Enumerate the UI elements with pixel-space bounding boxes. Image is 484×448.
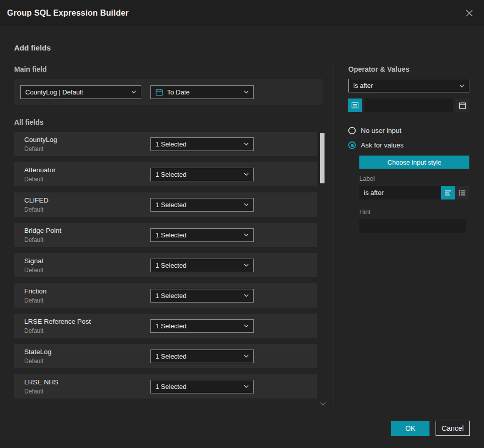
field-name: Bridge Point xyxy=(24,227,150,234)
dialog-header: Group SQL Expression Builder xyxy=(0,0,484,26)
list-style-button[interactable] xyxy=(455,186,469,200)
field-values-select[interactable]: 1 Selected xyxy=(150,380,254,393)
field-values-select-value: 1 Selected xyxy=(155,171,186,178)
field-row: Bridge Point Default 1 Selected xyxy=(14,223,317,247)
group-sql-expression-builder-dialog: Group SQL Expression Builder Add fields … xyxy=(0,0,484,406)
field-values-select-value: 1 Selected xyxy=(155,353,186,360)
field-name: CLIFED xyxy=(24,196,150,204)
chevron-down-icon xyxy=(244,324,249,327)
fields-column: Main field CountyLog | Default xyxy=(14,65,323,406)
chevron-down-icon xyxy=(244,90,249,93)
dialog-body: Add fields Main field CountyLog | Defaul… xyxy=(0,43,484,406)
field-subtitle: Default xyxy=(24,236,150,243)
ok-button[interactable]: OK xyxy=(391,421,429,436)
date-value-input[interactable] xyxy=(364,98,453,112)
label-input[interactable] xyxy=(359,186,441,200)
date-field-select[interactable]: To Date xyxy=(150,85,254,99)
vertical-divider xyxy=(334,65,334,406)
field-row: CLIFED Default 1 Selected xyxy=(14,192,317,217)
scroll-down-icon[interactable] xyxy=(320,402,326,406)
label-caption: Label xyxy=(359,175,469,182)
radio-no-user-input-label: No user input xyxy=(361,127,401,134)
chevron-down-icon xyxy=(244,264,249,267)
field-subtitle: Default xyxy=(24,267,150,274)
field-subtitle: Default xyxy=(24,176,150,183)
field-values-select[interactable]: 1 Selected xyxy=(150,168,254,181)
main-field-select-value: CountyLog | Default xyxy=(25,88,83,96)
field-subtitle: Default xyxy=(24,358,150,365)
radio-unchecked-icon xyxy=(348,127,356,134)
main-field-select[interactable]: CountyLog | Default xyxy=(20,85,141,99)
chevron-down-icon xyxy=(244,142,249,145)
chevron-down-icon xyxy=(244,173,249,176)
field-name: Attenuator xyxy=(24,166,150,174)
field-name: Signal xyxy=(24,257,150,265)
field-values-select-value: 1 Selected xyxy=(155,383,186,390)
chevron-down-icon xyxy=(244,355,249,358)
field-value-mode-button[interactable] xyxy=(348,98,362,112)
main-field-heading: Main field xyxy=(14,65,323,73)
field-row: Attenuator Default 1 Selected xyxy=(14,162,317,186)
field-name: Friction xyxy=(24,287,150,295)
radio-ask-for-values[interactable]: Ask for values xyxy=(348,138,469,153)
all-fields-heading: All fields xyxy=(14,118,323,126)
hint-input[interactable] xyxy=(359,219,466,233)
calendar-icon xyxy=(459,102,466,109)
field-values-select-value: 1 Selected xyxy=(155,292,186,300)
date-field-select-value: To Date xyxy=(167,88,190,96)
radio-checked-icon xyxy=(348,141,356,149)
close-icon[interactable] xyxy=(463,7,476,20)
all-fields-list: CountyLog Default 1 Selected Attenuator … xyxy=(14,132,323,406)
chevron-down-icon xyxy=(244,203,249,206)
operator-select[interactable]: is after xyxy=(348,79,469,92)
operator-values-heading: Operator & Values xyxy=(348,65,469,73)
field-row: StateLog Default 1 Selected xyxy=(14,344,317,368)
dialog-footer: OK Cancel xyxy=(391,421,470,436)
chevron-down-icon xyxy=(244,233,249,236)
field-values-select-value: 1 Selected xyxy=(155,201,186,209)
field-subtitle: Default xyxy=(24,206,150,213)
field-subtitle: Default xyxy=(24,297,150,304)
field-values-select[interactable]: 1 Selected xyxy=(150,289,254,303)
field-name: CountyLog xyxy=(24,136,150,143)
field-values-select[interactable]: 1 Selected xyxy=(150,259,254,272)
field-values-select-value: 1 Selected xyxy=(155,262,186,269)
cancel-button[interactable]: Cancel xyxy=(436,421,470,436)
radio-no-user-input[interactable]: No user input xyxy=(348,123,469,138)
field-row: Friction Default 1 Selected xyxy=(14,283,317,308)
operator-select-value: is after xyxy=(353,82,373,89)
field-subtitle: Default xyxy=(24,388,150,395)
field-subtitle: Default xyxy=(24,327,150,334)
field-values-select-value: 1 Selected xyxy=(155,322,186,330)
choose-input-style-button[interactable]: Choose input style xyxy=(359,156,469,169)
field-list-icon xyxy=(351,102,359,109)
field-name: StateLog xyxy=(24,348,150,356)
field-values-select[interactable]: 1 Selected xyxy=(150,228,254,242)
align-left-icon xyxy=(445,190,452,196)
chevron-down-icon xyxy=(244,385,249,388)
list-icon xyxy=(459,190,466,196)
fields-scrollbar[interactable] xyxy=(320,133,325,396)
operator-values-column: Operator & Values is after xyxy=(348,65,469,406)
chevron-down-icon xyxy=(459,84,464,87)
field-values-select[interactable]: 1 Selected xyxy=(150,198,254,212)
field-values-select[interactable]: 1 Selected xyxy=(150,137,254,151)
field-name: LRSE Reference Post xyxy=(24,318,150,325)
field-row: CountyLog Default 1 Selected xyxy=(14,132,317,156)
main-field-panel: CountyLog | Default xyxy=(14,79,323,105)
field-row: LRSE Reference Post Default 1 Selected xyxy=(14,314,317,338)
single-line-style-button[interactable] xyxy=(441,186,455,200)
user-input-radio-group: No user input Ask for values Choose inpu… xyxy=(348,123,469,233)
field-name: LRSE NHS xyxy=(24,378,150,386)
chevron-down-icon xyxy=(131,90,136,93)
chevron-down-icon xyxy=(244,294,249,297)
field-row: Signal Default 1 Selected xyxy=(14,253,317,277)
field-values-select-value: 1 Selected xyxy=(155,231,186,239)
dialog-title: Group SQL Expression Builder xyxy=(7,9,129,18)
calendar-picker-button[interactable] xyxy=(456,98,469,112)
scrollbar-thumb[interactable] xyxy=(320,133,325,183)
field-values-select[interactable]: 1 Selected xyxy=(150,319,254,333)
ask-for-values-options: Choose input style Label xyxy=(359,156,469,233)
field-row: LRSE NHS Default 1 Selected xyxy=(14,374,317,399)
field-values-select[interactable]: 1 Selected xyxy=(150,350,254,363)
